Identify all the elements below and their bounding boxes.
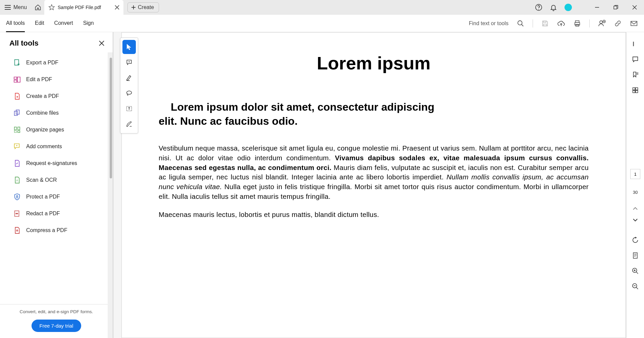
quick-tools [120,38,138,133]
close-icon [632,5,637,10]
tool-item-scan-ocr[interactable]: AScan & OCR [7,172,109,188]
share-people-button[interactable] [598,19,606,27]
search-button[interactable] [517,19,525,27]
help-button[interactable] [531,0,546,15]
search-icon [517,20,524,27]
tool-icon [13,76,21,83]
free-trial-button[interactable]: Free 7-day trial [32,320,82,332]
select-tool[interactable] [122,40,136,54]
tool-list: Export a PDFEdit a PDFCreate a PDFCombin… [0,50,113,304]
plus-icon [130,4,137,10]
textbox-tool[interactable] [122,102,136,116]
tool-item-protect-a-pdf[interactable]: Protect a PDF [7,188,109,205]
create-button[interactable]: Create [127,2,159,12]
thumbnails-panel-button[interactable] [632,87,639,94]
minimize-button[interactable] [588,0,606,15]
bookmark-icon [632,71,639,78]
tool-icon [13,193,21,201]
hamburger-icon [5,5,11,10]
tool-item-export-a-pdf[interactable]: Export a PDF [7,54,109,71]
tool-item-create-a-pdf[interactable]: Create a PDF [7,88,109,105]
tool-item-add-comments[interactable]: Add comments [7,138,109,155]
maximize-icon [613,5,618,10]
tool-icon [13,143,21,150]
zoom-out-button[interactable] [632,283,639,290]
tab-sign[interactable]: Sign [83,15,94,32]
comment-tool[interactable] [122,55,136,69]
tool-item-combine-files[interactable]: Combine files [7,105,109,121]
home-icon [35,4,41,11]
notifications-button[interactable] [546,0,561,15]
link-button[interactable] [614,19,622,27]
tool-icon: A [13,176,21,184]
separator [589,19,590,27]
document-area: Lorem ipsum Lorem ipsum dolor sit amet, … [113,32,626,338]
cloud-upload-icon [557,19,565,27]
star-icon[interactable] [48,4,55,11]
page-display-button[interactable] [632,252,639,259]
menu-button[interactable]: Menu [0,0,32,15]
tab-label: Sample PDF File.pdf [58,5,112,10]
tab-close-icon[interactable] [115,5,119,10]
print-button[interactable] [573,19,581,27]
toolbar-tabs: All tools Edit Convert Sign [6,15,94,32]
maximize-button[interactable] [606,0,625,15]
rotate-button[interactable] [632,236,639,244]
tool-label: Export a PDF [26,60,58,66]
link-icon [614,20,622,27]
svg-point-19 [600,21,602,23]
svg-point-47 [127,91,132,94]
document-tab[interactable]: Sample PDF File.pdf [44,0,123,15]
svg-rect-33 [16,110,19,114]
highlight-icon [126,74,132,81]
email-button[interactable] [630,19,638,27]
current-page-input[interactable]: 1 [630,169,640,179]
save-button[interactable] [541,19,549,27]
draw-tool[interactable] [122,86,136,100]
tool-item-redact-a-pdf[interactable]: Redact a PDF [7,205,109,222]
sidebar-close-button[interactable] [99,40,105,46]
tab-edit[interactable]: Edit [35,15,44,32]
document-page[interactable]: Lorem ipsum Lorem ipsum dolor sit amet, … [121,32,626,338]
doc-paragraph-1: Vestibulum neque massa, scelerisque sit … [159,144,589,201]
tool-icon [13,227,21,234]
svg-rect-34 [14,127,16,130]
comments-panel-button[interactable] [632,56,639,63]
tool-icon [13,93,21,100]
home-button[interactable] [32,0,44,15]
tab-all-tools[interactable]: All tools [6,15,25,32]
expand-panel-icon [632,41,639,47]
svg-rect-18 [576,24,579,26]
page-up-button[interactable] [632,205,639,212]
print-icon [574,20,581,27]
zoom-in-button[interactable] [632,267,639,275]
close-window-button[interactable] [625,0,644,15]
svg-rect-16 [543,21,546,22]
svg-rect-29 [17,77,20,82]
scrollbar-thumb[interactable] [110,58,112,178]
highlight-tool[interactable] [122,71,136,85]
panel-toggle-button[interactable] [632,40,639,48]
chevron-up-icon [633,207,638,211]
svg-line-62 [636,272,638,274]
bell-icon [550,4,557,11]
account-button[interactable] [561,0,576,15]
svg-rect-50 [633,42,634,46]
tool-item-edit-a-pdf[interactable]: Edit a PDF [7,71,109,88]
lasso-icon [126,90,132,97]
tool-icon [13,160,21,167]
tool-label: Request e-signatures [26,160,77,166]
zoom-in-icon [632,267,639,275]
page-down-button[interactable] [632,216,639,224]
tool-item-organize-pages[interactable]: Organize pages [7,121,109,138]
upload-button[interactable] [557,19,565,27]
tool-item-compress-a-pdf[interactable]: Compress a PDF [7,222,109,239]
tool-item-request-e-signatures[interactable]: Request e-signatures [7,155,109,172]
tab-convert[interactable]: Convert [54,15,73,32]
sign-tool[interactable] [122,117,136,131]
save-icon [541,20,549,27]
textbox-icon [126,105,132,112]
bookmarks-panel-button[interactable] [632,71,639,78]
svg-rect-41 [16,196,18,198]
all-tools-sidebar: All tools Export a PDFEdit a PDFCreate a… [0,32,113,338]
